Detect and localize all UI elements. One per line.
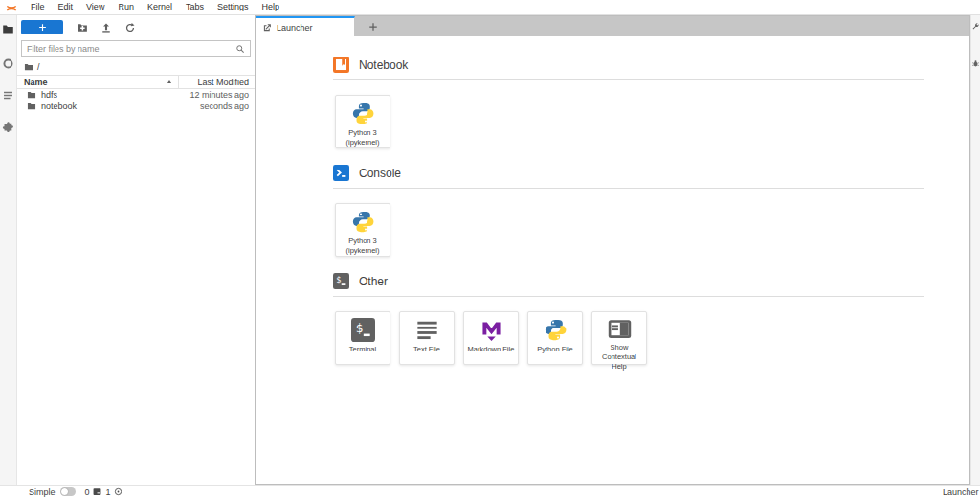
- plus-icon: [368, 22, 378, 32]
- terminal-icon: $: [333, 273, 349, 289]
- menu-item-kernel[interactable]: Kernel: [141, 0, 179, 14]
- new-launcher-button[interactable]: [21, 20, 63, 34]
- file-row[interactable]: hdfs12 minutes ago: [17, 89, 255, 101]
- file-browser-toolbar: [17, 15, 255, 37]
- file-modified: 12 minutes ago: [189, 90, 249, 100]
- python-icon: [351, 101, 375, 126]
- column-header-last-modified[interactable]: Last Modified: [178, 76, 255, 88]
- folder-icon: [2, 23, 14, 35]
- new-folder-button[interactable]: [77, 22, 88, 34]
- refresh-button[interactable]: [124, 22, 136, 34]
- file-name: notebook: [41, 102, 77, 111]
- console-icon: [333, 165, 349, 181]
- card-row: Python 3 (ipykernel): [335, 203, 924, 257]
- section-heading: Notebook: [333, 57, 924, 73]
- contextual-help-icon: [608, 317, 632, 341]
- upload-button[interactable]: [100, 22, 112, 34]
- card-label: Python 3 (ipykernel): [336, 237, 390, 256]
- upload-icon: [100, 22, 112, 34]
- sidebar-tab-extensions[interactable]: [2, 120, 15, 133]
- left-sidebar: [0, 15, 17, 485]
- svg-text:$: $: [355, 321, 363, 335]
- launcher-card-show-contextual-help[interactable]: Show Contextual Help: [591, 311, 647, 365]
- python-icon: [544, 317, 568, 343]
- launcher-card-python-3-ipykernel-[interactable]: Python 3 (ipykernel): [335, 203, 390, 257]
- kernels-count: 1: [106, 487, 111, 497]
- card-label: Markdown File: [466, 345, 517, 354]
- launcher-content: NotebookPython 3 (ipykernel)ConsolePytho…: [256, 36, 969, 484]
- breadcrumb[interactable]: /: [17, 58, 255, 75]
- filter-files-box[interactable]: [21, 40, 251, 57]
- bug-icon: [971, 59, 980, 68]
- new-folder-icon: [77, 22, 88, 34]
- simple-mode-toggle[interactable]: [60, 487, 76, 496]
- folder-icon: [27, 102, 36, 111]
- refresh-icon: [124, 22, 136, 34]
- launcher-card-python-file[interactable]: Python File: [527, 311, 583, 365]
- card-label: Terminal: [347, 345, 378, 354]
- running-icon: [2, 57, 14, 70]
- right-sidebar: [970, 15, 980, 485]
- section-heading: Console: [333, 165, 924, 181]
- kernel-status-icon: [114, 487, 122, 496]
- right-sidebar-tab-debugger[interactable]: [971, 59, 980, 68]
- new-tab-button[interactable]: [355, 16, 391, 36]
- terminal-status-icon: [93, 487, 101, 496]
- terminals-count: 0: [85, 487, 90, 497]
- menu-item-view[interactable]: View: [79, 0, 111, 14]
- file-row[interactable]: notebookseconds ago: [17, 101, 255, 112]
- simple-mode-label: Simple: [29, 487, 56, 497]
- file-browser-panel: / Name Last Modified hdfs12 minutes agon…: [17, 15, 255, 485]
- launcher-section-other: $Other$TerminalText FileMarkdown FilePyt…: [333, 273, 924, 365]
- status-bar: Simple 0 1 Launcher: [0, 485, 980, 498]
- sidebar-tab-table-of-contents[interactable]: [2, 88, 15, 102]
- sidebar-tab-file-browser[interactable]: [2, 22, 15, 35]
- card-label: Show Contextual Help: [592, 343, 646, 371]
- tab-launcher[interactable]: Launcher: [256, 16, 355, 36]
- launcher-section-console: ConsolePython 3 (ipykernel): [333, 165, 924, 257]
- sort-ascending-icon: [166, 79, 173, 86]
- launcher-card-terminal[interactable]: $Terminal: [335, 311, 390, 365]
- menu-item-file[interactable]: File: [24, 0, 52, 14]
- section-divider: [333, 188, 924, 189]
- markdown-icon: [479, 317, 503, 343]
- menu-item-run[interactable]: Run: [111, 0, 141, 14]
- card-label: Text File: [412, 345, 442, 354]
- right-sidebar-tab-property-inspector[interactable]: [971, 22, 980, 31]
- menu-item-edit[interactable]: Edit: [52, 0, 80, 14]
- section-divider: [333, 79, 924, 80]
- terminal-icon: $: [351, 317, 375, 343]
- section-heading: $Other: [333, 273, 924, 289]
- card-label: Python File: [535, 345, 575, 354]
- file-listing-header: Name Last Modified: [17, 75, 255, 89]
- folder-icon: [27, 90, 36, 100]
- section-title: Console: [359, 167, 401, 180]
- menu-item-help[interactable]: Help: [255, 0, 286, 14]
- list-icon: [2, 89, 14, 102]
- column-header-name[interactable]: Name: [17, 76, 178, 88]
- main-dock-panel: Launcher NotebookPython 3 (ipykernel)Con…: [255, 15, 970, 485]
- launcher-card-text-file[interactable]: Text File: [399, 311, 455, 365]
- launcher-tab-icon: [262, 23, 272, 33]
- card-label: Python 3 (ipykernel): [336, 128, 390, 147]
- launcher-section-notebook: NotebookPython 3 (ipykernel): [333, 57, 924, 148]
- menu-item-tabs[interactable]: Tabs: [179, 0, 211, 14]
- jupyterlab-logo-icon: [5, 2, 18, 13]
- sidebar-tab-running-sessions[interactable]: [2, 57, 15, 70]
- main-tab-bar: Launcher: [256, 16, 969, 36]
- section-title: Other: [359, 275, 388, 288]
- filter-files-input[interactable]: [27, 44, 209, 54]
- menubar: FileEditViewRunKernelTabsSettingsHelp: [0, 0, 980, 15]
- menu-item-settings[interactable]: Settings: [211, 0, 256, 14]
- card-row: $TerminalText FileMarkdown FilePython Fi…: [335, 311, 924, 365]
- launcher-card-python-3-ipykernel-[interactable]: Python 3 (ipykernel): [335, 95, 390, 148]
- last-modified-column-label: Last Modified: [197, 78, 249, 87]
- search-icon: [235, 44, 245, 54]
- wrench-icon: [971, 22, 980, 31]
- toggle-knob: [61, 488, 68, 495]
- home-folder-icon: [24, 62, 33, 72]
- launcher-card-markdown-file[interactable]: Markdown File: [463, 311, 519, 365]
- name-column-label: Name: [24, 78, 48, 87]
- puzzle-icon: [2, 121, 14, 133]
- python-icon: [351, 209, 375, 235]
